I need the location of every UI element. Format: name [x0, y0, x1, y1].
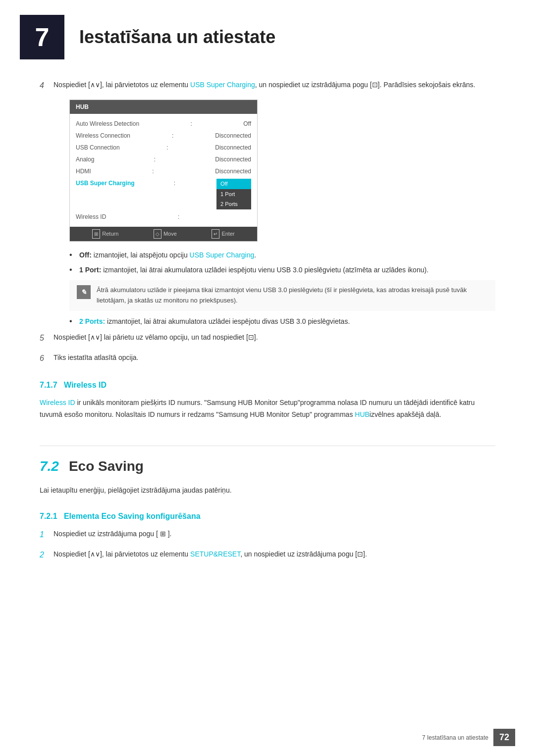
usb-super-charging-link-1: USB Super Charging: [190, 81, 255, 89]
enter-icon-bar: ↵: [212, 229, 219, 239]
dropdown-option-off: Off: [216, 179, 251, 189]
section-717-heading: 7.1.7 Wireless ID: [40, 379, 495, 391]
step-4-text: Nospiediet [∧∨], lai pārvietotos uz elem…: [54, 79, 495, 90]
dropdown-option-1port: 1 Port: [216, 189, 251, 200]
step-4-number: 4: [40, 79, 50, 92]
menu-screenshot: HUB Auto Wireless Detection : Off Wirele…: [69, 100, 258, 242]
menu-value-wireless-conn: Disconnected: [215, 131, 251, 140]
menu-bottom-bar: ⊞ Return ◇ Move ↵ Enter: [70, 227, 257, 241]
return-icon: ⊞: [92, 229, 100, 239]
step-6: 6 Tiks iestatīta atlasītā opcija.: [40, 352, 495, 364]
bullet-off-bold: Off:: [79, 251, 92, 259]
footer-chapter-label: 7 Iestatīšana un atiestate: [422, 733, 488, 742]
move-icon: ◇: [154, 229, 161, 239]
enter-icon-eco: ⊡: [357, 550, 363, 558]
move-label: Move: [163, 230, 177, 238]
footer-page-number: 72: [493, 729, 515, 746]
menu-bottom-return: ⊞ Return: [92, 229, 118, 239]
menu-title: HUB: [70, 100, 257, 114]
menu-label-hdmi: HDMI: [76, 167, 91, 176]
menu-label-usb-conn: USB Connection: [76, 143, 120, 152]
bullet-1port: 1 Port: izmantojiet, lai ātrai akumulato…: [69, 264, 495, 275]
eco-step-2-number: 2: [40, 549, 50, 561]
menu-bottom-enter: ↵ Enter: [212, 229, 234, 239]
menu-row-usb-conn: USB Connection : Disconnected: [70, 142, 257, 153]
eco-step-1: 1 Nospiediet uz izstrādājuma pogu [ ⊞ ].: [40, 528, 495, 541]
step-5: 5 Nospiediet [∧∨] lai pārietu uz vēlamo …: [40, 332, 495, 344]
menu-row-usb-super-charging: USB Super Charging : Off 1 Port 2 Ports: [70, 177, 257, 211]
enter-label: Enter: [221, 230, 234, 238]
section-72-header: 7.2 Eco Saving: [40, 456, 495, 477]
eco-step-1-number: 1: [40, 528, 50, 541]
menu-icon-1: ⊞: [160, 530, 166, 538]
menu-bottom-move: ◇ Move: [154, 229, 177, 239]
section-72-desc: Lai ietaupītu enerģiju, pielāgojiet izst…: [40, 485, 495, 496]
chapter-number: 7: [20, 15, 64, 59]
menu-row-wireless-conn: Wireless Connection : Disconnected: [70, 130, 257, 142]
section-72-number: 7.2: [40, 456, 59, 477]
bullet-list-usb-options: Off: izmantojiet, lai atspējotu opciju U…: [69, 250, 495, 276]
menu-row-hdmi: HDMI : Disconnected: [70, 165, 257, 177]
step-6-number: 6: [40, 352, 50, 364]
menu-row-wireless-id: Wireless ID :: [70, 211, 257, 223]
wireless-id-link: Wireless ID: [40, 399, 75, 406]
setup-reset-link: SETUP&RESET: [190, 550, 240, 558]
section-72-title: Eco Saving: [69, 456, 144, 477]
wireless-id-para: Wireless ID ir unikāls monitoram piešķir…: [40, 397, 495, 421]
enter-icon: ⊡: [372, 81, 378, 89]
chapter-title: Iestatīšana un atiestate: [79, 24, 275, 50]
menu-row-auto-wireless: Auto Wireless Detection : Off: [70, 118, 257, 130]
menu-label-wireless-id: Wireless ID: [76, 212, 106, 221]
bullet-off: Off: izmantojiet, lai atspējotu opciju U…: [69, 250, 495, 260]
usb-super-charging-link-2: USB Super Charging: [190, 251, 255, 259]
note-text: Ātrā akumulatoru uzlāde ir pieejama tika…: [97, 285, 488, 306]
nav-icon-5: ∧∨: [90, 333, 100, 341]
eco-step-2-text: Nospiediet [∧∨], lai pārvietotos uz elem…: [54, 549, 495, 559]
step-5-number: 5: [40, 332, 50, 344]
menu-label-wireless-conn: Wireless Connection: [76, 131, 130, 140]
step-4: 4 Nospiediet [∧∨], lai pārvietotos uz el…: [40, 79, 495, 92]
bullet-2ports: 2 Ports: izmantojiet, lai ātrai akumulat…: [69, 316, 495, 327]
bullet-list-2ports: 2 Ports: izmantojiet, lai ātrai akumulat…: [69, 316, 495, 327]
page: 7 Iestatīšana un atiestate 4 Nospiediet …: [0, 0, 535, 756]
note-box: ✎ Ātrā akumulatoru uzlāde ir pieejama ti…: [69, 280, 495, 311]
section-721-heading: 7.2.1 Elementa Eco Saving konfigurēšana: [40, 510, 495, 522]
menu-body: Auto Wireless Detection : Off Wireless C…: [70, 114, 257, 227]
dropdown-usb-super-charging: Off 1 Port 2 Ports: [216, 179, 251, 209]
menu-value-analog: Disconnected: [215, 155, 251, 164]
nav-icon: ∧∨: [90, 81, 100, 89]
section-717: 7.1.7 Wireless ID Wireless ID ir unikāls…: [40, 379, 495, 421]
eco-step-1-text: Nospiediet uz izstrādājuma pogu [ ⊞ ].: [54, 528, 495, 539]
menu-label-analog: Analog: [76, 155, 94, 164]
enter-icon-5: ⊡: [248, 333, 254, 341]
eco-step-2: 2 Nospiediet [∧∨], lai pārvietotos uz el…: [40, 549, 495, 561]
main-content: 4 Nospiediet [∧∨], lai pārvietotos uz el…: [0, 69, 535, 599]
chapter-header: 7 Iestatīšana un atiestate: [0, 0, 535, 69]
hub-link: HUB: [355, 410, 370, 418]
note-icon: ✎: [77, 285, 91, 299]
section-72: 7.2 Eco Saving Lai ietaupītu enerģiju, p…: [40, 446, 495, 561]
menu-value-usb-conn: Disconnected: [215, 143, 251, 152]
menu-row-analog: Analog : Disconnected: [70, 153, 257, 165]
footer: 7 Iestatīšana un atiestate 72: [422, 729, 515, 746]
menu-label-usb-super-charging: USB Super Charging: [76, 179, 135, 188]
menu-value-hdmi: Disconnected: [215, 167, 251, 176]
return-label: Return: [102, 230, 118, 238]
bullet-1port-bold: 1 Port:: [79, 266, 101, 274]
menu-value-auto-wireless: Off: [243, 119, 251, 128]
bullet-2ports-bold: 2 Ports:: [79, 317, 105, 325]
step-5-text: Nospiediet [∧∨] lai pārietu uz vēlamo op…: [54, 332, 495, 343]
dropdown-option-2ports: 2 Ports: [216, 199, 251, 209]
nav-icon-eco: ∧∨: [90, 550, 100, 558]
step-6-text: Tiks iestatīta atlasītā opcija.: [54, 352, 495, 363]
menu-label-auto-wireless: Auto Wireless Detection: [76, 119, 139, 128]
